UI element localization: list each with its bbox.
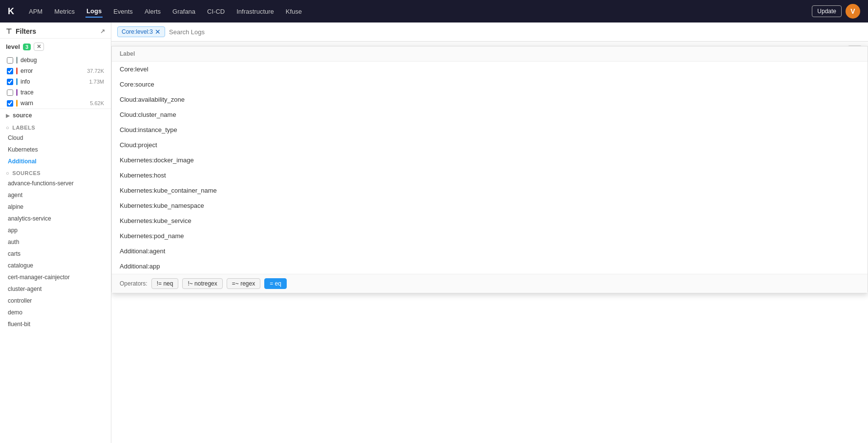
source-catalogue[interactable]: catalogue xyxy=(0,260,111,271)
dropdown-item-k8s-namespace[interactable]: Kubernetes:kube_namespace xyxy=(112,198,868,213)
labels-kubernetes[interactable]: Kubernetes xyxy=(0,144,111,155)
op-notregex[interactable]: !~ notregex xyxy=(182,278,222,289)
nav-events[interactable]: Events xyxy=(112,6,134,17)
source-section-title: source xyxy=(13,112,32,119)
op-regex[interactable]: =~ regex xyxy=(227,278,260,289)
avatar[interactable]: V xyxy=(846,4,860,19)
source-fluent-bit[interactable]: fluent-bit xyxy=(0,318,111,330)
source-alpine[interactable]: alpine xyxy=(0,201,111,213)
error-checkbox[interactable] xyxy=(7,68,13,74)
info-color-bar xyxy=(16,78,18,85)
source-cluster-agent[interactable]: cluster-agent xyxy=(0,283,111,295)
labels-additional[interactable]: Additional xyxy=(0,155,111,167)
operators-label: Operators: xyxy=(120,280,148,287)
sidebar: ⊤ Filters ↗ level 3 ✕ debug error 37.72K xyxy=(0,22,111,443)
filter-tag-corelevel[interactable]: Core:level:3 ✕ xyxy=(117,26,165,37)
level-clear-button[interactable]: ✕ xyxy=(34,43,44,51)
update-button[interactable]: Update xyxy=(812,5,842,17)
op-neq[interactable]: != neq xyxy=(151,278,179,289)
nav-cicd[interactable]: CI-CD xyxy=(206,6,226,17)
level-badge: 3 xyxy=(23,44,31,50)
dropdown-item-cloud-cluster[interactable]: Cloud:cluster_name xyxy=(112,107,868,122)
dropdown-label: Label xyxy=(112,46,868,62)
dropdown-item-additional-app[interactable]: Additional:app xyxy=(112,259,868,274)
filter-warn[interactable]: warn 5.62K xyxy=(0,98,111,109)
dropdown-item-core-level[interactable]: Core:level xyxy=(112,62,868,77)
nav-grafana[interactable]: Grafana xyxy=(171,6,196,17)
debug-color-bar xyxy=(16,57,18,64)
dropdown-item-cloud-az[interactable]: Cloud:availability_zone xyxy=(112,92,868,107)
error-label: error xyxy=(21,67,33,74)
dropdown-item-core-source[interactable]: Core:source xyxy=(112,77,868,92)
source-section-header[interactable]: ▶ source xyxy=(0,109,111,122)
labels-cloud[interactable]: Cloud xyxy=(0,132,111,144)
trace-checkbox[interactable] xyxy=(7,89,13,96)
nav-alerts[interactable]: Alerts xyxy=(144,6,162,17)
source-auth[interactable]: auth xyxy=(0,236,111,248)
sources-icon: ○ xyxy=(6,170,9,176)
source-advance-functions-server[interactable]: advance-functions-server xyxy=(0,177,111,189)
source-app[interactable]: app xyxy=(0,224,111,236)
filter-debug[interactable]: debug xyxy=(0,55,111,66)
source-controller[interactable]: controller xyxy=(0,295,111,307)
expand-icon[interactable]: ↗ xyxy=(100,28,105,35)
source-agent[interactable]: agent xyxy=(0,189,111,201)
logo: K xyxy=(8,6,14,17)
topnav-right: Update V xyxy=(812,4,860,19)
dropdown-item-k8s-docker[interactable]: Kubernetes:docker_image xyxy=(112,153,868,168)
dropdown-item-k8s-host[interactable]: Kubernetes:host xyxy=(112,168,868,183)
sources-title: SOURCES xyxy=(12,170,41,176)
nav-infrastructure[interactable]: Infrastructure xyxy=(235,6,275,17)
sources-section-header[interactable]: ○ SOURCES xyxy=(0,167,111,177)
search-bar-container: Core:level:3 ✕ Label Core:level Core:sou… xyxy=(111,22,868,42)
warn-count: 5.62K xyxy=(90,100,104,106)
main-layout: ⊤ Filters ↗ level 3 ✕ debug error 37.72K xyxy=(0,22,868,443)
labels-section-header[interactable]: ○ LABELS xyxy=(0,122,111,132)
info-label: info xyxy=(21,78,30,85)
dropdown-item-additional-agent[interactable]: Additional:agent xyxy=(112,244,868,259)
nav-logs[interactable]: Logs xyxy=(85,5,103,18)
filter-trace[interactable]: trace xyxy=(0,87,111,98)
source-carts[interactable]: carts xyxy=(0,248,111,260)
dropdown-item-k8s-service[interactable]: Kubernetes:kube_service xyxy=(112,213,868,228)
source-cert-manager[interactable]: cert-manager-cainjector xyxy=(0,271,111,283)
filter-error[interactable]: error 37.72K xyxy=(0,66,111,76)
dropdown-item-cloud-instance[interactable]: Cloud:instance_type xyxy=(112,122,868,137)
filter-tag-remove[interactable]: ✕ xyxy=(155,28,161,35)
dropdown-item-k8s-pod[interactable]: Kubernetes:pod_name xyxy=(112,228,868,244)
nav-kfuse[interactable]: Kfuse xyxy=(285,6,303,17)
debug-checkbox[interactable] xyxy=(7,57,13,64)
filters-header: ⊤ Filters ↗ xyxy=(0,22,111,39)
nav-metrics[interactable]: Metrics xyxy=(53,6,76,17)
level-section-title: level xyxy=(6,43,20,50)
filter-info[interactable]: info 1.73M xyxy=(0,76,111,87)
filter-tag-text: Core:level:3 xyxy=(122,28,153,35)
search-input[interactable] xyxy=(169,28,862,36)
trace-label: trace xyxy=(21,89,34,96)
source-chevron: ▶ xyxy=(6,113,10,118)
source-demo[interactable]: demo xyxy=(0,307,111,318)
labels-icon: ○ xyxy=(6,125,9,131)
labels-title: LABELS xyxy=(12,125,35,131)
dropdown-item-cloud-project[interactable]: Cloud:project xyxy=(112,137,868,153)
warn-label: warn xyxy=(21,100,33,107)
level-section-header[interactable]: level 3 ✕ xyxy=(0,39,111,55)
trace-color-bar xyxy=(16,89,18,96)
source-analytics-service[interactable]: analytics-service xyxy=(0,213,111,224)
nav-apm[interactable]: APM xyxy=(28,6,43,17)
info-count: 1.73M xyxy=(89,79,104,85)
warn-color-bar xyxy=(16,100,18,107)
dropdown-operators: Operators: != neq !~ notregex =~ regex =… xyxy=(112,274,868,293)
debug-label: debug xyxy=(21,57,37,64)
content-area: Core:level:3 ✕ Label Core:level Core:sou… xyxy=(111,22,868,443)
filters-title: Filters xyxy=(16,27,36,35)
op-eq[interactable]: = eq xyxy=(264,278,287,289)
filter-funnel-icon: ⊤ xyxy=(6,27,12,35)
info-checkbox[interactable] xyxy=(7,79,13,85)
warn-checkbox[interactable] xyxy=(7,100,13,107)
search-dropdown: Label Core:level Core:source Cloud:avail… xyxy=(111,46,868,293)
topnav: K APM Metrics Logs Events Alerts Grafana… xyxy=(0,0,868,22)
error-count: 37.72K xyxy=(87,68,104,74)
error-color-bar xyxy=(16,67,18,74)
dropdown-item-k8s-container[interactable]: Kubernetes:kube_container_name xyxy=(112,183,868,198)
